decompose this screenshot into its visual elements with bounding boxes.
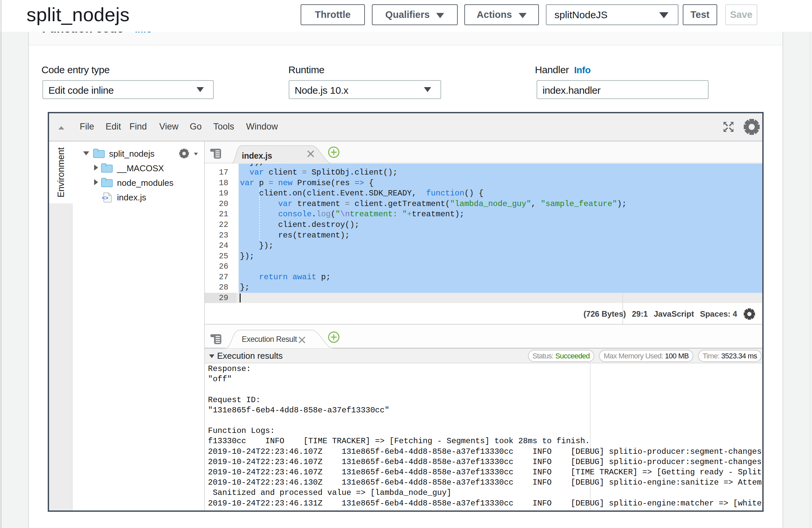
svg-text:index.js: index.js	[242, 151, 272, 160]
svg-text:Execution Result: Execution Result	[242, 335, 297, 343]
svg-text:<>: <>	[102, 195, 108, 201]
